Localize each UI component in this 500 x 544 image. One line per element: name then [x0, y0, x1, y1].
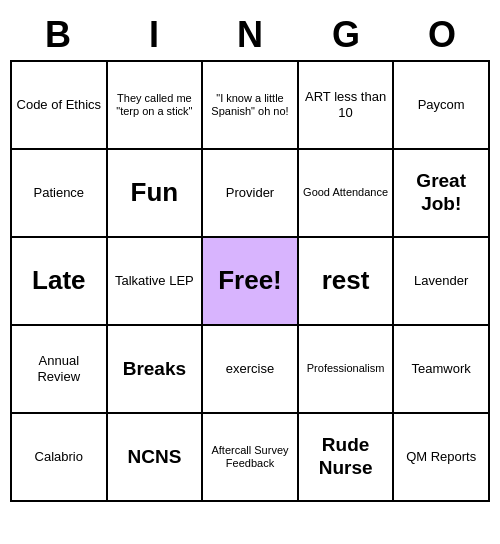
cell-r2-c1: Talkative LEP: [108, 238, 204, 326]
cell-r4-c4: QM Reports: [394, 414, 490, 502]
cell-r4-c2: Aftercall Survey Feedback: [203, 414, 299, 502]
bingo-card: BINGO Code of EthicsThey called me "terp…: [10, 10, 490, 502]
header-letter: G: [298, 10, 394, 60]
cell-r3-c3: Professionalism: [299, 326, 395, 414]
header-letter: O: [394, 10, 490, 60]
bingo-grid: Code of EthicsThey called me "terp on a …: [10, 60, 490, 502]
cell-r3-c0: Annual Review: [12, 326, 108, 414]
bingo-header: BINGO: [10, 10, 490, 60]
cell-r2-c0: Late: [12, 238, 108, 326]
cell-r0-c0: Code of Ethics: [12, 62, 108, 150]
cell-r1-c3: Good Attendance: [299, 150, 395, 238]
cell-r0-c4: Paycom: [394, 62, 490, 150]
cell-r1-c0: Patience: [12, 150, 108, 238]
cell-r3-c1: Breaks: [108, 326, 204, 414]
cell-r4-c0: Calabrio: [12, 414, 108, 502]
header-letter: N: [202, 10, 298, 60]
cell-r0-c2: "I know a little Spanish" oh no!: [203, 62, 299, 150]
cell-r0-c1: They called me "terp on a stick": [108, 62, 204, 150]
cell-r3-c4: Teamwork: [394, 326, 490, 414]
header-letter: I: [106, 10, 202, 60]
cell-r0-c3: ART less than 10: [299, 62, 395, 150]
cell-r2-c3: rest: [299, 238, 395, 326]
cell-r4-c1: NCNS: [108, 414, 204, 502]
header-letter: B: [10, 10, 106, 60]
cell-r1-c1: Fun: [108, 150, 204, 238]
cell-r2-c4: Lavender: [394, 238, 490, 326]
cell-r2-c2: Free!: [203, 238, 299, 326]
cell-r1-c4: Great Job!: [394, 150, 490, 238]
cell-r4-c3: Rude Nurse: [299, 414, 395, 502]
cell-r1-c2: Provider: [203, 150, 299, 238]
cell-r3-c2: exercise: [203, 326, 299, 414]
